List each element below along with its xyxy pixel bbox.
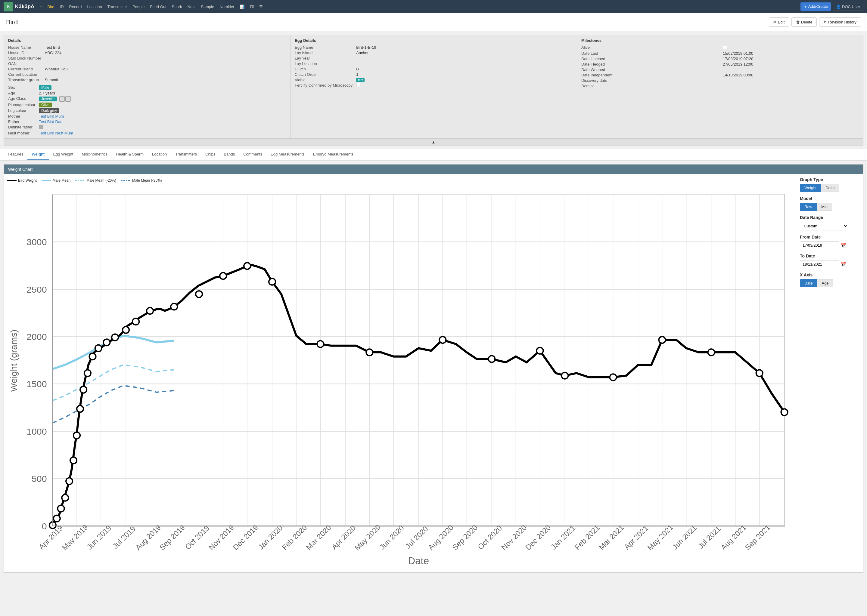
value-date-hatched: 17/03/2019 07:20 bbox=[723, 57, 859, 61]
btn-raw[interactable]: Raw bbox=[800, 203, 817, 211]
nav-record[interactable]: Record bbox=[67, 3, 84, 10]
label-viable: Viable bbox=[295, 78, 353, 82]
svg-point-95 bbox=[132, 318, 139, 325]
tab-location[interactable]: Location bbox=[148, 149, 171, 160]
nav-bird[interactable]: Bird bbox=[45, 3, 57, 10]
label-lay-year: Lay Year bbox=[295, 56, 353, 60]
weight-chart-section: Weight Chart Bird Weight Male Mean Male … bbox=[4, 164, 863, 573]
egg-details-title: Egg Details bbox=[295, 38, 572, 43]
tab-features[interactable]: Features bbox=[4, 149, 27, 160]
nav-chart-icon[interactable]: 📊 bbox=[237, 3, 247, 10]
age-class-increment[interactable]: + bbox=[65, 96, 71, 102]
value-gan bbox=[45, 61, 286, 66]
legend-male-mean: Male Mean bbox=[41, 178, 71, 182]
revision-history-button[interactable]: ↺ Revision History bbox=[819, 17, 861, 27]
nav-map-icon[interactable]: 🗺 bbox=[247, 3, 256, 10]
tab-egg-measurements[interactable]: Egg Measurements bbox=[266, 149, 309, 160]
svg-text:Jul 2021: Jul 2021 bbox=[697, 525, 722, 550]
tab-weight[interactable]: Weight bbox=[27, 149, 49, 160]
age-class-decrement[interactable]: − bbox=[59, 96, 65, 102]
value-definite-father bbox=[39, 125, 286, 130]
nav-noranet[interactable]: NoraNet bbox=[217, 3, 236, 10]
tab-comments[interactable]: Comments bbox=[239, 149, 266, 160]
value-house-id: ABC1234 bbox=[45, 50, 286, 55]
svg-text:Sep 2020: Sep 2020 bbox=[451, 523, 479, 552]
nav-feedout[interactable]: Feed Out bbox=[148, 3, 169, 10]
nav-sample[interactable]: Sample bbox=[199, 3, 216, 10]
add-create-button[interactable]: ＋ Add/Create bbox=[801, 2, 831, 11]
svg-text:K: K bbox=[7, 5, 10, 9]
tab-morphometrics[interactable]: Morphometrics bbox=[77, 149, 112, 160]
svg-text:Apr 2021: Apr 2021 bbox=[623, 524, 649, 551]
delete-button[interactable]: 🗑 Delete bbox=[791, 17, 817, 27]
label-egg-name: Egg Name bbox=[295, 45, 353, 50]
svg-text:Jul 2020: Jul 2020 bbox=[404, 525, 430, 550]
label-discovery-date: Discovery date bbox=[581, 78, 718, 83]
tab-embryo-measurements[interactable]: Embryo Measurements bbox=[309, 149, 358, 160]
x-axis-btn-group: Date Age bbox=[800, 279, 860, 287]
nav-snark[interactable]: Snark bbox=[169, 3, 184, 10]
svg-text:3000: 3000 bbox=[27, 237, 47, 247]
tab-bands[interactable]: Bands bbox=[219, 149, 239, 160]
home-icon[interactable]: ⌂ bbox=[38, 3, 44, 11]
svg-point-99 bbox=[220, 272, 226, 279]
chart-svg-wrapper: 0 500 1000 1500 2000 2500 3000 Weight (g… bbox=[7, 186, 797, 569]
svg-text:Jan 2020: Jan 2020 bbox=[257, 524, 284, 551]
navbar: K Kākāpō ⌂ Bird ID Record Location Trans… bbox=[0, 0, 867, 13]
tab-chips[interactable]: Chips bbox=[201, 149, 219, 160]
btn-date[interactable]: Date bbox=[800, 279, 817, 287]
btn-weight[interactable]: Weight bbox=[800, 184, 821, 192]
model-btn-group: Raw Min bbox=[800, 203, 860, 211]
svg-point-101 bbox=[269, 278, 276, 285]
nav-location[interactable]: Location bbox=[85, 3, 104, 10]
value-nest-mother[interactable]: Test Bird Nest Mum bbox=[39, 131, 286, 135]
svg-text:Weight (grams): Weight (grams) bbox=[8, 330, 19, 392]
svg-text:Aug 2019: Aug 2019 bbox=[134, 523, 162, 552]
nav-transmitter[interactable]: Transmitter bbox=[105, 3, 129, 10]
value-father[interactable]: Test Bird Dad bbox=[39, 119, 286, 124]
date-range-group: Date Range Custom All Last Year Last 6 M… bbox=[800, 215, 860, 230]
user-menu-button[interactable]: 👤 DOC User bbox=[833, 3, 863, 11]
edit-button[interactable]: ✏ Edit bbox=[769, 17, 789, 27]
chart-body: Bird Weight Male Mean Male Mean (-20%) M… bbox=[4, 174, 863, 572]
label-date-laid: Date Laid bbox=[581, 51, 718, 56]
from-date-calendar-icon[interactable]: 📅 bbox=[840, 242, 846, 248]
nav-id[interactable]: ID bbox=[57, 3, 66, 10]
to-date-calendar-icon[interactable]: 📅 bbox=[840, 261, 846, 267]
logo-text: Kākāpō bbox=[15, 4, 34, 9]
svg-text:Aug 2021: Aug 2021 bbox=[719, 523, 747, 552]
chart-legend: Bird Weight Male Mean Male Mean (-20%) M… bbox=[7, 177, 797, 184]
value-mother[interactable]: Test Bird Mum bbox=[39, 114, 286, 118]
btn-min[interactable]: Min bbox=[817, 203, 832, 211]
label-current-island: Current Island bbox=[8, 67, 41, 71]
value-date-fledged: 27/05/2019 12:00 bbox=[723, 62, 859, 66]
svg-point-100 bbox=[244, 262, 251, 269]
value-house-name: Test Bird bbox=[45, 45, 286, 50]
tab-health-sperm[interactable]: Health & Sperm bbox=[112, 149, 148, 160]
chart-header: Weight Chart bbox=[4, 165, 863, 174]
from-date-group: From Date 📅 bbox=[800, 235, 860, 249]
svg-text:Jun 2019: Jun 2019 bbox=[85, 524, 113, 551]
nav-nest[interactable]: Nest bbox=[185, 3, 198, 10]
value-date-weaned bbox=[723, 68, 859, 72]
collapse-details-button[interactable]: ▲ bbox=[4, 139, 863, 146]
btn-age[interactable]: Age bbox=[817, 279, 833, 287]
svg-point-90 bbox=[89, 353, 96, 360]
svg-text:Mar 2021: Mar 2021 bbox=[597, 523, 625, 552]
svg-text:500: 500 bbox=[32, 473, 47, 484]
tab-egg-weight[interactable]: Egg Weight bbox=[49, 149, 77, 160]
nav-menu-icon[interactable]: ☰ bbox=[257, 3, 265, 10]
legend-male-mean-35-label: Male Mean (-35%) bbox=[132, 178, 162, 182]
svg-text:Jun 2020: Jun 2020 bbox=[378, 524, 405, 551]
tab-transmitters[interactable]: Transmitters bbox=[171, 149, 201, 160]
svg-point-84 bbox=[66, 478, 73, 484]
svg-text:Oct 2020: Oct 2020 bbox=[476, 524, 503, 551]
nav-people[interactable]: People bbox=[130, 3, 147, 10]
from-date-input[interactable] bbox=[800, 241, 839, 249]
btn-delta[interactable]: Delta bbox=[821, 184, 839, 192]
to-date-input[interactable] bbox=[800, 260, 839, 268]
date-range-select[interactable]: Custom All Last Year Last 6 Months bbox=[800, 222, 848, 230]
svg-text:Mar 2020: Mar 2020 bbox=[305, 523, 333, 552]
svg-text:Dec 2019: Dec 2019 bbox=[231, 523, 260, 552]
svg-point-93 bbox=[112, 334, 118, 341]
